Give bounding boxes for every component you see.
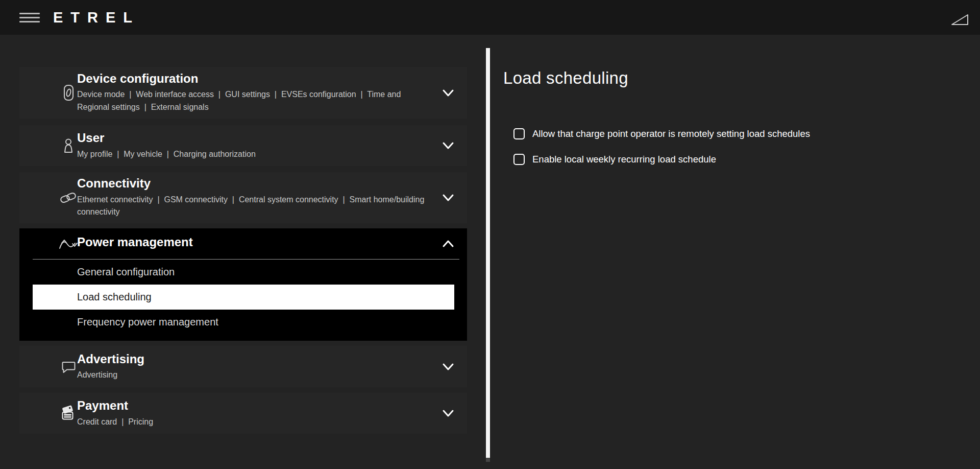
checkbox-label[interactable]: Enable local weekly recurring load sched… <box>532 153 716 166</box>
scrollbar-track-end <box>486 458 490 462</box>
page-title: Load scheduling <box>503 68 628 88</box>
chevron-down-icon[interactable] <box>442 361 455 372</box>
section-title: Connectivity <box>77 176 431 191</box>
section-title: Payment <box>77 398 431 413</box>
section-title: Device configuration <box>77 72 431 86</box>
menu-item-frequency-power-management[interactable]: Frequency power management <box>19 310 467 335</box>
credit-cards-icon <box>57 405 80 422</box>
section-quick-links[interactable]: Credit card | Pricing <box>77 415 431 428</box>
checkbox-label[interactable]: Allow that charge point operator is remo… <box>532 127 810 140</box>
section-title: Power management <box>77 235 431 249</box>
checkbox-unchecked-icon[interactable] <box>513 128 525 139</box>
menu-item-general-configuration[interactable]: General configuration <box>19 260 467 285</box>
section-power-management[interactable]: Power management General configuration L… <box>19 228 467 341</box>
user-icon <box>57 137 80 154</box>
section-quick-links[interactable]: Device mode | Web interface access | GUI… <box>77 89 431 114</box>
etrel-logo: ETREL <box>53 9 140 26</box>
section-advertising[interactable]: Advertising Advertising <box>19 346 467 387</box>
section-title: User <box>77 131 431 145</box>
chevron-down-icon[interactable] <box>442 87 455 99</box>
menu-item-label: Load scheduling <box>77 291 152 303</box>
checkbox-row-weekly-recurring-schedule[interactable]: Enable local weekly recurring load sched… <box>513 153 716 166</box>
section-header[interactable]: Power management <box>19 228 467 259</box>
section-connectivity[interactable]: Connectivity Ethernet connectivity | GSM… <box>19 172 467 223</box>
scrollbar-thumb[interactable] <box>486 48 490 458</box>
checkbox-row-operator-load-schedules[interactable]: Allow that charge point operator is remo… <box>513 127 810 140</box>
device-icon <box>57 84 80 102</box>
speech-bubble-icon <box>57 359 80 374</box>
section-device-configuration[interactable]: Device configuration Device mode | Web i… <box>19 67 467 119</box>
section-title: Advertising <box>77 351 431 366</box>
section-quick-links[interactable]: My profile | My vehicle | Charging autho… <box>77 148 431 160</box>
section-quick-links[interactable]: Advertising <box>77 369 431 382</box>
chevron-down-icon[interactable] <box>442 408 455 419</box>
menu-item-label: General configuration <box>77 266 175 278</box>
etrel-settings-screen: ETREL Device configuration Device mode |… <box>0 0 980 469</box>
menu-item-label: Frequency power management <box>77 316 218 328</box>
chevron-down-icon[interactable] <box>442 140 455 151</box>
vertical-scrollbar[interactable] <box>486 48 490 469</box>
hamburger-icon[interactable] <box>19 13 40 23</box>
signal-triangle-icon <box>950 13 970 27</box>
chevron-up-icon[interactable] <box>442 238 455 249</box>
chevron-down-icon[interactable] <box>442 192 455 203</box>
section-quick-links[interactable]: Ethernet connectivity | GSM connectivity… <box>77 194 431 219</box>
menu-item-load-scheduling[interactable]: Load scheduling <box>33 285 454 310</box>
checkbox-unchecked-icon[interactable] <box>513 154 525 165</box>
chain-link-icon <box>57 190 80 205</box>
section-user[interactable]: User My profile | My vehicle | Charging … <box>19 125 467 166</box>
top-bar: ETREL <box>0 0 980 35</box>
section-payment[interactable]: Payment Credit card | Pricing <box>19 393 467 434</box>
power-wave-icon <box>57 237 80 251</box>
